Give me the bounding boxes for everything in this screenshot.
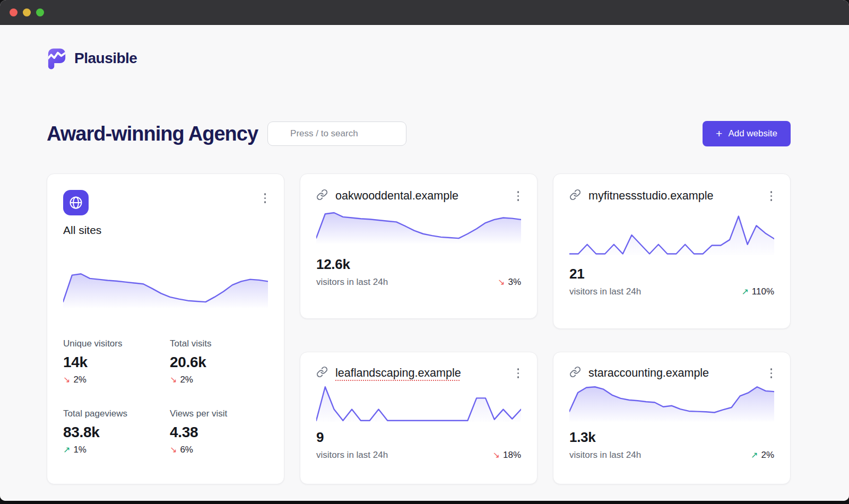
stat-unique-visitors: Unique visitors 14k ↘ 2% (63, 338, 161, 385)
site-sparkline-chart (316, 386, 521, 422)
all-sites-card[interactable]: All sites Unique visitors 14k ↘ 2% (47, 173, 284, 484)
visitors-count: 9 (316, 429, 521, 446)
stat-total-visits: Total visits 20.6k ↘ 2% (170, 338, 268, 385)
site-sparkline-chart (569, 215, 774, 255)
zoom-window-button[interactable] (36, 8, 44, 16)
kebab-menu-button[interactable] (262, 190, 268, 206)
delta-value: 2% (73, 375, 86, 385)
all-sites-sparkline-chart (63, 273, 268, 308)
search-input[interactable] (267, 121, 406, 146)
trend-arrow-icon: ↗ (63, 446, 70, 454)
link-icon (316, 189, 328, 203)
delta-value: 110% (752, 286, 774, 297)
trend-arrow-icon: ↘ (493, 451, 500, 459)
link-icon (569, 189, 581, 203)
trend-arrow-icon: ↘ (63, 376, 70, 384)
page-title: Award-winning Agency (47, 124, 258, 144)
page-content: Plausible Award-winning Agency + Add web… (0, 25, 849, 501)
site-delta: ↘ 18% (493, 450, 521, 460)
site-delta: ↘ 3% (498, 277, 521, 288)
visitors-caption: visitors in last 24h (316, 450, 388, 460)
stat-delta: ↘ 2% (170, 375, 193, 385)
site-card-staraccounting[interactable]: staraccounting.example 1.3k visitors in … (553, 352, 791, 484)
stat-label: Views per visit (170, 409, 268, 419)
stat-value: 20.6k (170, 354, 268, 371)
app-window: Plausible Award-winning Agency + Add web… (0, 0, 849, 501)
delta-value: 3% (508, 277, 521, 288)
site-card-oakwooddental[interactable]: oakwooddental.example 12.6k visitors in … (300, 173, 538, 319)
site-sparkline-chart (316, 212, 521, 244)
traffic-lights (10, 8, 44, 16)
stat-value: 4.38 (170, 424, 268, 441)
site-card-myfitnessstudio[interactable]: myfitnessstudio.example 21 visitors in l… (553, 173, 791, 329)
delta-value: 6% (180, 445, 193, 455)
site-sparkline-chart (569, 386, 774, 422)
site-cards-grid: All sites Unique visitors 14k ↘ 2% (47, 173, 791, 484)
visitors-count: 1.3k (569, 429, 774, 446)
delta-value: 1% (73, 445, 86, 455)
site-delta: ↗ 2% (751, 450, 774, 460)
stat-value: 83.8k (63, 424, 161, 441)
visitors-count: 21 (569, 266, 774, 282)
stat-label: Unique visitors (63, 338, 161, 349)
site-card-leaflandscaping[interactable]: leaflandscaping.example 9 visitors in la… (300, 352, 538, 484)
stat-delta: ↘ 2% (63, 375, 86, 385)
window-titlebar (0, 0, 849, 25)
site-domain[interactable]: oakwooddental.example (335, 189, 458, 203)
site-domain[interactable]: myfitnessstudio.example (588, 189, 713, 203)
stat-views-per-visit: Views per visit 4.38 ↘ 6% (170, 409, 268, 455)
kebab-menu-button[interactable] (768, 365, 775, 381)
delta-value: 2% (180, 375, 193, 385)
plausible-logo[interactable]: Plausible (47, 25, 791, 70)
globe-icon (63, 190, 89, 215)
dashboard-header: Award-winning Agency + Add website (47, 121, 791, 146)
kebab-menu-button[interactable] (515, 365, 522, 381)
stat-label: Total pageviews (63, 409, 161, 419)
close-window-button[interactable] (10, 8, 18, 16)
summary-stats: Unique visitors 14k ↘ 2% Total visits 20… (63, 338, 268, 455)
site-delta: ↗ 110% (741, 286, 774, 297)
stat-value: 14k (63, 354, 161, 371)
kebab-menu-button[interactable] (515, 188, 522, 204)
plus-icon: + (716, 128, 722, 139)
stat-delta: ↗ 1% (63, 445, 86, 455)
delta-value: 18% (503, 450, 521, 460)
minimize-window-button[interactable] (23, 8, 31, 16)
add-website-label: Add website (728, 128, 777, 139)
add-website-button[interactable]: + Add website (703, 121, 791, 146)
trend-arrow-icon: ↘ (498, 278, 505, 286)
plausible-logo-icon (47, 47, 67, 70)
link-icon (316, 366, 328, 380)
brand-name: Plausible (74, 50, 137, 67)
site-domain[interactable]: leaflandscaping.example (335, 367, 461, 380)
site-domain[interactable]: staraccounting.example (588, 367, 709, 380)
visitors-count: 12.6k (316, 256, 521, 273)
trend-arrow-icon: ↗ (741, 288, 748, 296)
trend-arrow-icon: ↗ (751, 451, 758, 459)
trend-arrow-icon: ↘ (170, 446, 177, 454)
delta-value: 2% (761, 450, 774, 460)
trend-arrow-icon: ↘ (170, 376, 177, 384)
link-icon (569, 366, 581, 380)
visitors-caption: visitors in last 24h (569, 286, 641, 297)
visitors-caption: visitors in last 24h (569, 450, 641, 460)
kebab-menu-button[interactable] (768, 188, 775, 204)
all-sites-title: All sites (63, 224, 268, 237)
stat-delta: ↘ 6% (170, 445, 193, 455)
stat-label: Total visits (170, 338, 268, 349)
visitors-caption: visitors in last 24h (316, 277, 388, 288)
stat-total-pageviews: Total pageviews 83.8k ↗ 1% (63, 409, 161, 455)
